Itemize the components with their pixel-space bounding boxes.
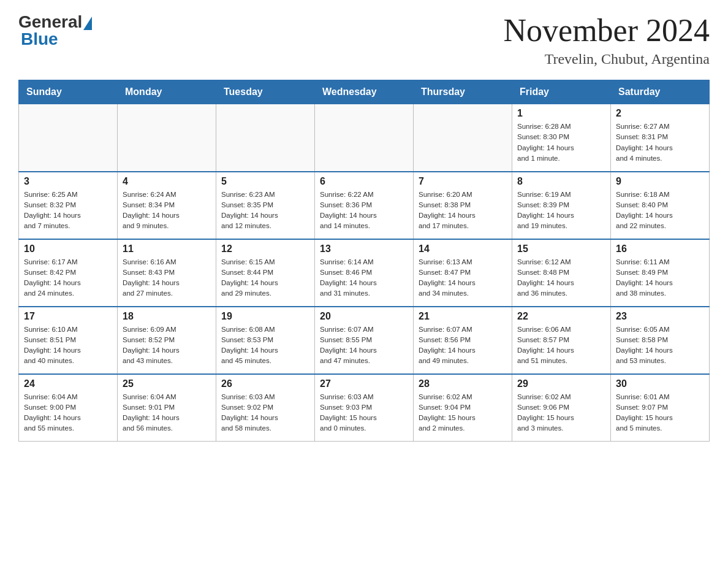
day-number: 6 <box>320 176 408 187</box>
calendar-cell: 16Sunrise: 6:11 AMSunset: 8:49 PMDayligh… <box>611 239 710 307</box>
week-row-1: 3Sunrise: 6:25 AMSunset: 8:32 PMDaylight… <box>19 172 710 239</box>
calendar-cell: 4Sunrise: 6:24 AMSunset: 8:34 PMDaylight… <box>118 172 216 239</box>
day-number: 10 <box>24 243 112 255</box>
day-info: Sunrise: 6:22 AMSunset: 8:36 PMDaylight:… <box>320 190 408 232</box>
day-number: 7 <box>419 176 507 187</box>
col-header-wednesday: Wednesday <box>315 80 414 104</box>
day-number: 16 <box>616 243 704 255</box>
day-info: Sunrise: 6:18 AMSunset: 8:40 PMDaylight:… <box>616 190 704 232</box>
logo: General Blue <box>18 12 92 49</box>
day-info: Sunrise: 6:03 AMSunset: 9:03 PMDaylight:… <box>320 392 408 434</box>
day-number: 3 <box>24 176 112 187</box>
calendar-cell: 10Sunrise: 6:17 AMSunset: 8:42 PMDayligh… <box>19 239 118 307</box>
day-number: 21 <box>419 311 507 322</box>
day-number: 26 <box>221 378 309 389</box>
calendar-cell: 2Sunrise: 6:27 AMSunset: 8:31 PMDaylight… <box>611 104 710 172</box>
day-number: 12 <box>221 243 309 255</box>
day-number: 19 <box>221 311 309 322</box>
col-header-friday: Friday <box>512 80 611 104</box>
calendar-cell: 18Sunrise: 6:09 AMSunset: 8:52 PMDayligh… <box>118 307 216 374</box>
day-number: 1 <box>517 108 605 119</box>
page-header: General Blue November 2024 Trevelin, Chu… <box>18 12 710 67</box>
calendar-cell: 15Sunrise: 6:12 AMSunset: 8:48 PMDayligh… <box>512 239 611 307</box>
day-info: Sunrise: 6:24 AMSunset: 8:34 PMDaylight:… <box>123 190 211 232</box>
col-header-thursday: Thursday <box>414 80 512 104</box>
day-info: Sunrise: 6:04 AMSunset: 9:00 PMDaylight:… <box>24 392 112 434</box>
day-number: 4 <box>123 176 211 187</box>
calendar-table: SundayMondayTuesdayWednesdayThursdayFrid… <box>18 80 710 442</box>
calendar-cell: 19Sunrise: 6:08 AMSunset: 8:53 PMDayligh… <box>216 307 315 374</box>
calendar-header-row: SundayMondayTuesdayWednesdayThursdayFrid… <box>19 80 710 104</box>
calendar-cell: 23Sunrise: 6:05 AMSunset: 8:58 PMDayligh… <box>611 307 710 374</box>
calendar-cell: 20Sunrise: 6:07 AMSunset: 8:55 PMDayligh… <box>315 307 414 374</box>
calendar-cell: 7Sunrise: 6:20 AMSunset: 8:38 PMDaylight… <box>414 172 512 239</box>
calendar-cell: 8Sunrise: 6:19 AMSunset: 8:39 PMDaylight… <box>512 172 611 239</box>
calendar-cell: 1Sunrise: 6:28 AMSunset: 8:30 PMDaylight… <box>512 104 611 172</box>
calendar-cell: 9Sunrise: 6:18 AMSunset: 8:40 PMDaylight… <box>611 172 710 239</box>
calendar-cell: 3Sunrise: 6:25 AMSunset: 8:32 PMDaylight… <box>19 172 118 239</box>
day-info: Sunrise: 6:07 AMSunset: 8:55 PMDaylight:… <box>320 324 408 367</box>
week-row-0: 1Sunrise: 6:28 AMSunset: 8:30 PMDaylight… <box>19 104 710 172</box>
day-number: 22 <box>517 311 605 322</box>
calendar-cell: 25Sunrise: 6:04 AMSunset: 9:01 PMDayligh… <box>118 374 216 442</box>
calendar-cell: 22Sunrise: 6:06 AMSunset: 8:57 PMDayligh… <box>512 307 611 374</box>
calendar-cell: 12Sunrise: 6:15 AMSunset: 8:44 PMDayligh… <box>216 239 315 307</box>
day-info: Sunrise: 6:15 AMSunset: 8:44 PMDaylight:… <box>221 257 309 299</box>
calendar-cell: 17Sunrise: 6:10 AMSunset: 8:51 PMDayligh… <box>19 307 118 374</box>
day-number: 15 <box>517 243 605 255</box>
day-number: 11 <box>123 243 211 255</box>
day-number: 18 <box>123 311 211 322</box>
day-info: Sunrise: 6:02 AMSunset: 9:06 PMDaylight:… <box>517 392 605 434</box>
calendar-cell: 21Sunrise: 6:07 AMSunset: 8:56 PMDayligh… <box>414 307 512 374</box>
col-header-saturday: Saturday <box>611 80 710 104</box>
day-info: Sunrise: 6:03 AMSunset: 9:02 PMDaylight:… <box>221 392 309 434</box>
day-info: Sunrise: 6:17 AMSunset: 8:42 PMDaylight:… <box>24 257 112 299</box>
day-number: 28 <box>419 378 507 389</box>
day-info: Sunrise: 6:28 AMSunset: 8:30 PMDaylight:… <box>517 121 605 164</box>
day-info: Sunrise: 6:08 AMSunset: 8:53 PMDaylight:… <box>221 324 309 367</box>
day-info: Sunrise: 6:27 AMSunset: 8:31 PMDaylight:… <box>616 121 704 164</box>
calendar-cell: 24Sunrise: 6:04 AMSunset: 9:00 PMDayligh… <box>19 374 118 442</box>
calendar-cell: 29Sunrise: 6:02 AMSunset: 9:06 PMDayligh… <box>512 374 611 442</box>
day-info: Sunrise: 6:14 AMSunset: 8:46 PMDaylight:… <box>320 257 408 299</box>
day-info: Sunrise: 6:10 AMSunset: 8:51 PMDaylight:… <box>24 324 112 367</box>
calendar-cell <box>315 104 414 172</box>
week-row-3: 17Sunrise: 6:10 AMSunset: 8:51 PMDayligh… <box>19 307 710 374</box>
calendar-cell <box>414 104 512 172</box>
week-row-2: 10Sunrise: 6:17 AMSunset: 8:42 PMDayligh… <box>19 239 710 307</box>
col-header-tuesday: Tuesday <box>216 80 315 104</box>
day-info: Sunrise: 6:01 AMSunset: 9:07 PMDaylight:… <box>616 392 704 434</box>
day-info: Sunrise: 6:11 AMSunset: 8:49 PMDaylight:… <box>616 257 704 299</box>
calendar-cell: 6Sunrise: 6:22 AMSunset: 8:36 PMDaylight… <box>315 172 414 239</box>
calendar-cell: 5Sunrise: 6:23 AMSunset: 8:35 PMDaylight… <box>216 172 315 239</box>
calendar-cell: 30Sunrise: 6:01 AMSunset: 9:07 PMDayligh… <box>611 374 710 442</box>
day-number: 17 <box>24 311 112 322</box>
title-section: November 2024 Trevelin, Chubut, Argentin… <box>504 12 710 67</box>
day-number: 25 <box>123 378 211 389</box>
col-header-sunday: Sunday <box>19 80 118 104</box>
day-info: Sunrise: 6:06 AMSunset: 8:57 PMDaylight:… <box>517 324 605 367</box>
calendar-cell: 13Sunrise: 6:14 AMSunset: 8:46 PMDayligh… <box>315 239 414 307</box>
day-number: 27 <box>320 378 408 389</box>
calendar-cell: 26Sunrise: 6:03 AMSunset: 9:02 PMDayligh… <box>216 374 315 442</box>
calendar-cell: 11Sunrise: 6:16 AMSunset: 8:43 PMDayligh… <box>118 239 216 307</box>
day-info: Sunrise: 6:19 AMSunset: 8:39 PMDaylight:… <box>517 190 605 232</box>
day-number: 23 <box>616 311 704 322</box>
day-number: 13 <box>320 243 408 255</box>
day-info: Sunrise: 6:23 AMSunset: 8:35 PMDaylight:… <box>221 190 309 232</box>
day-number: 9 <box>616 176 704 187</box>
calendar-cell <box>118 104 216 172</box>
day-info: Sunrise: 6:13 AMSunset: 8:47 PMDaylight:… <box>419 257 507 299</box>
day-number: 30 <box>616 378 704 389</box>
day-info: Sunrise: 6:12 AMSunset: 8:48 PMDaylight:… <box>517 257 605 299</box>
day-info: Sunrise: 6:07 AMSunset: 8:56 PMDaylight:… <box>419 324 507 367</box>
day-info: Sunrise: 6:16 AMSunset: 8:43 PMDaylight:… <box>123 257 211 299</box>
day-info: Sunrise: 6:04 AMSunset: 9:01 PMDaylight:… <box>123 392 211 434</box>
day-number: 8 <box>517 176 605 187</box>
day-info: Sunrise: 6:09 AMSunset: 8:52 PMDaylight:… <box>123 324 211 367</box>
day-number: 24 <box>24 378 112 389</box>
calendar-cell <box>216 104 315 172</box>
calendar-cell <box>19 104 118 172</box>
day-number: 20 <box>320 311 408 322</box>
month-title: November 2024 <box>504 12 710 48</box>
